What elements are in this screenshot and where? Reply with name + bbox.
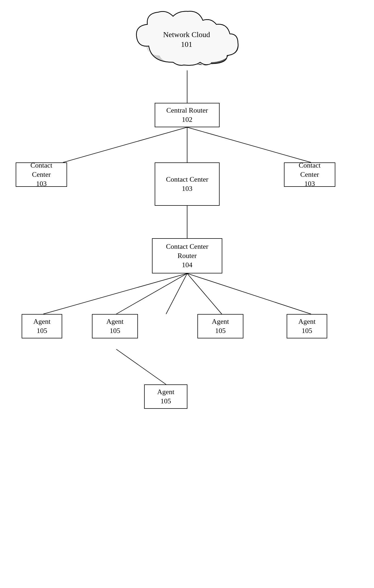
svg-line-5	[43, 273, 187, 314]
svg-line-8	[187, 273, 222, 314]
cc-router-number: 104	[182, 260, 193, 270]
contact-center-center-node: Contact Center 103	[155, 162, 220, 206]
central-router-number: 102	[182, 115, 193, 124]
agent2-number: 105	[110, 326, 120, 335]
svg-line-10	[116, 349, 166, 384]
agent4-number: 105	[215, 326, 226, 335]
agent6-label: Agent	[157, 387, 174, 397]
svg-line-7	[166, 273, 187, 314]
agent6-number: 105	[161, 397, 171, 406]
agent2-node: Agent 105	[92, 314, 138, 338]
agent5-number: 105	[302, 326, 312, 335]
agent6-node: Agent 105	[144, 384, 187, 409]
agent5-node: Agent 105	[287, 314, 327, 338]
svg-line-6	[116, 273, 187, 314]
cc-center-number: 103	[182, 184, 193, 193]
agent1-label: Agent	[33, 317, 51, 326]
connection-lines	[0, 0, 374, 588]
cc-right-label: Contact Center	[289, 161, 330, 179]
agent5-label: Agent	[298, 317, 316, 326]
cc-router-node: Contact Center Router 104	[152, 238, 222, 273]
central-router-node: Central Router 102	[155, 103, 220, 127]
agent1-number: 105	[37, 326, 47, 335]
cc-router-label: Contact Center Router	[157, 242, 217, 260]
agent1-node: Agent 105	[22, 314, 62, 338]
agent4-label: Agent	[212, 317, 229, 326]
central-router-label: Central Router	[166, 106, 208, 115]
cc-center-label: Contact Center	[166, 175, 208, 184]
cloud-shape	[130, 8, 243, 73]
agent2-label: Agent	[106, 317, 124, 326]
svg-line-1	[63, 127, 187, 162]
cc-right-number: 103	[305, 179, 315, 188]
svg-line-9	[187, 273, 311, 314]
cc-left-number: 103	[36, 179, 47, 188]
svg-line-3	[187, 127, 311, 162]
contact-center-left-node: Contact Center 103	[16, 162, 67, 187]
cloud-node: Network Cloud 101	[130, 8, 243, 73]
agent4-node: Agent 105	[197, 314, 243, 338]
cc-left-label: Contact Center	[21, 161, 62, 179]
contact-center-right-node: Contact Center 103	[284, 162, 335, 187]
diagram-container: Network Cloud 101 Central Router 102 Con…	[0, 0, 374, 588]
